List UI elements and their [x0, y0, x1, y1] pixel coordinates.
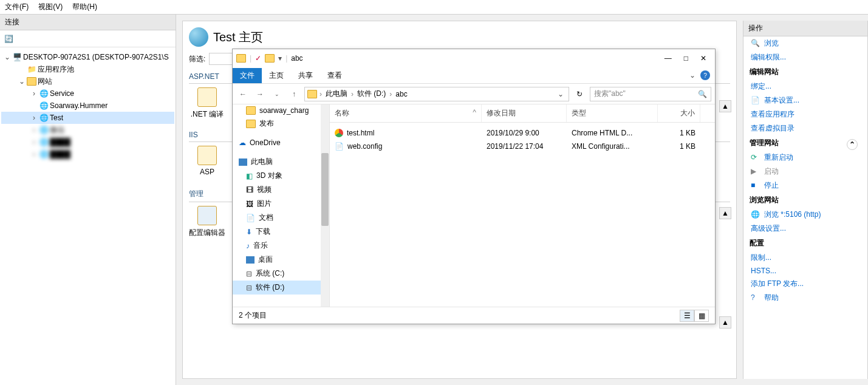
feature-asp[interactable]: ASP: [189, 146, 225, 178]
scroll-up-icon[interactable]: ▲: [719, 100, 731, 112]
breadcrumb-dropdown-icon[interactable]: ⌄: [555, 90, 566, 98]
action-bindings[interactable]: 绑定...: [743, 80, 867, 94]
feature-net-compile[interactable]: .NET 编译: [189, 87, 225, 120]
chevron-right-icon[interactable]: ›: [351, 90, 354, 98]
col-type[interactable]: 类型: [567, 104, 658, 122]
expander-icon[interactable]: ›: [30, 138, 38, 146]
list-header: 名称 ^ 修改日期 类型 大小: [330, 104, 715, 123]
back-button[interactable]: ←: [236, 87, 250, 101]
action-start[interactable]: ▶启动: [743, 165, 867, 179]
collapse-icon[interactable]: ⌃: [847, 139, 858, 150]
scroll-up-icon[interactable]: ▲: [719, 316, 731, 329]
action-view-vdirs[interactable]: 查看虚拟目录: [743, 121, 867, 135]
action-stop[interactable]: ■停止: [743, 179, 867, 192]
side-3d-objects[interactable]: ◧3D 对象: [233, 169, 329, 183]
side-drive-d[interactable]: ⊟软件 (D:): [233, 281, 329, 295]
minimize-button[interactable]: —: [665, 54, 672, 63]
tree-site-item[interactable]: › 🌐 微信: [1, 124, 174, 136]
side-this-pc[interactable]: 此电脑: [233, 155, 329, 169]
chevron-right-icon[interactable]: ›: [389, 90, 392, 98]
view-details-button[interactable]: ☰: [680, 310, 694, 322]
action-view-apps[interactable]: 查看应用程序: [743, 107, 867, 121]
actions-header: 操作: [743, 21, 867, 36]
tree-label: 微信: [50, 125, 64, 135]
side-drive-c[interactable]: ⊟系统 (C:): [233, 267, 329, 281]
down-chevron-icon[interactable]: ▾: [278, 54, 282, 63]
side-item[interactable]: 发布: [233, 117, 329, 131]
tree-sites[interactable]: ⌄ 网站: [1, 75, 174, 87]
close-button[interactable]: ✕: [700, 54, 706, 63]
tree-app-pools[interactable]: 📁 应用程序池: [1, 63, 174, 75]
action-edit-perm[interactable]: 编辑权限...: [743, 50, 867, 64]
side-documents[interactable]: 📄文档: [233, 211, 329, 225]
chevron-right-icon[interactable]: ›: [320, 90, 322, 98]
side-videos[interactable]: 🎞视频: [233, 183, 329, 197]
tab-home[interactable]: 主页: [262, 68, 291, 83]
side-onedrive[interactable]: ☁OneDrive: [233, 137, 329, 149]
side-pictures[interactable]: 🖼图片: [233, 197, 329, 211]
help-icon[interactable]: ?: [700, 70, 710, 80]
col-size[interactable]: 大小: [658, 104, 700, 122]
maximize-button[interactable]: □: [684, 54, 688, 63]
view-large-button[interactable]: ▦: [694, 310, 709, 322]
action-basic-settings[interactable]: 📄基本设置...: [743, 94, 867, 107]
action-browse-port[interactable]: 🌐浏览 *:5106 (http): [743, 208, 867, 222]
tree-site-item[interactable]: 🌐 Soarway.Hummer: [1, 100, 174, 112]
scrollbar-thumb[interactable]: [321, 153, 329, 226]
scroll-up-icon[interactable]: ▲: [719, 207, 731, 219]
action-limits[interactable]: 限制...: [743, 251, 867, 265]
tree-site-item[interactable]: › 🌐 Service: [1, 87, 174, 100]
expander-icon[interactable]: ›: [30, 126, 38, 134]
globe-icon: 🌐: [39, 89, 49, 98]
feature-config-editor[interactable]: 配置编辑器: [189, 206, 225, 238]
tree-site-item[interactable]: › 🌐 ████: [1, 148, 174, 160]
qat-check-icon[interactable]: ✓: [255, 54, 261, 63]
col-date[interactable]: 修改日期: [482, 104, 567, 122]
side-desktop[interactable]: 桌面: [233, 253, 329, 267]
crumb-folder[interactable]: abc: [394, 90, 408, 98]
tree-site-item-selected[interactable]: › 🌐 Test: [1, 112, 174, 124]
action-hsts[interactable]: HSTS...: [743, 265, 867, 277]
action-browse[interactable]: 🔍浏览: [743, 36, 867, 50]
up-button[interactable]: ↑: [287, 87, 301, 101]
crumb-drive[interactable]: 软件 (D:): [356, 89, 387, 99]
tab-view[interactable]: 查看: [320, 68, 349, 83]
tree-site-item[interactable]: › 🌐 ████: [1, 136, 174, 148]
menu-view[interactable]: 视图(V): [38, 2, 63, 12]
search-input[interactable]: 搜索"abc" 🔍: [590, 87, 711, 101]
history-dropdown[interactable]: ⌄: [270, 87, 284, 101]
forward-button[interactable]: →: [253, 87, 267, 101]
file-row[interactable]: test.html 2019/10/29 9:00 Chrome HTML D.…: [330, 126, 715, 140]
tab-share[interactable]: 共享: [291, 68, 320, 83]
tab-file[interactable]: 文件: [233, 68, 262, 83]
globe-icon: 🌐: [39, 149, 49, 159]
expander-icon[interactable]: ›: [30, 114, 38, 122]
actions-manage-site-head: 管理网站⌃: [743, 135, 867, 151]
connections-tree: ⌄ 🖥️ DESKTOP-907A2S1 (DESKTOP-907A2S1\S …: [0, 47, 176, 164]
sidebar-scrollbar[interactable]: [321, 104, 329, 307]
action-restart[interactable]: ⟳重新启动: [743, 151, 843, 165]
action-advanced[interactable]: 高级设置...: [743, 222, 867, 236]
breadcrumb[interactable]: › 此电脑 › 软件 (D:) › abc ⌄: [304, 87, 569, 101]
expander-icon[interactable]: ›: [30, 150, 38, 158]
file-row[interactable]: 📄web.config 2019/11/22 17:04 XML Configu…: [330, 140, 715, 153]
refresh-button[interactable]: ↻: [573, 87, 586, 101]
menu-help[interactable]: 帮助(H): [72, 2, 97, 12]
tree-server-root[interactable]: ⌄ 🖥️ DESKTOP-907A2S1 (DESKTOP-907A2S1\S: [1, 51, 174, 63]
menu-file[interactable]: 文件(F): [5, 2, 29, 12]
side-item[interactable]: soarway_charg ^: [233, 104, 329, 117]
action-help[interactable]: ?帮助: [743, 291, 867, 305]
file-list: 名称 ^ 修改日期 类型 大小 test.html 2019/10/29 9:0…: [330, 104, 715, 307]
explorer-titlebar[interactable]: | ✓ ▾ | abc — □ ✕: [233, 49, 715, 67]
side-downloads[interactable]: ⬇下载: [233, 225, 329, 239]
action-add-ftp[interactable]: 添加 FTP 发布...: [743, 277, 867, 291]
ribbon-expand-icon[interactable]: ⌄: [689, 71, 695, 80]
col-name[interactable]: 名称 ^: [330, 104, 482, 122]
connections-panel: 连接 🔄 ⌄ 🖥️ DESKTOP-907A2S1 (DESKTOP-907A2…: [0, 15, 176, 385]
side-music[interactable]: ♪音乐: [233, 239, 329, 253]
refresh-icon[interactable]: 🔄: [4, 34, 13, 44]
expander-icon[interactable]: ›: [30, 89, 38, 98]
expander-icon[interactable]: ⌄: [18, 77, 26, 86]
expander-icon[interactable]: ⌄: [4, 53, 11, 61]
crumb-this-pc[interactable]: 此电脑: [324, 89, 349, 99]
